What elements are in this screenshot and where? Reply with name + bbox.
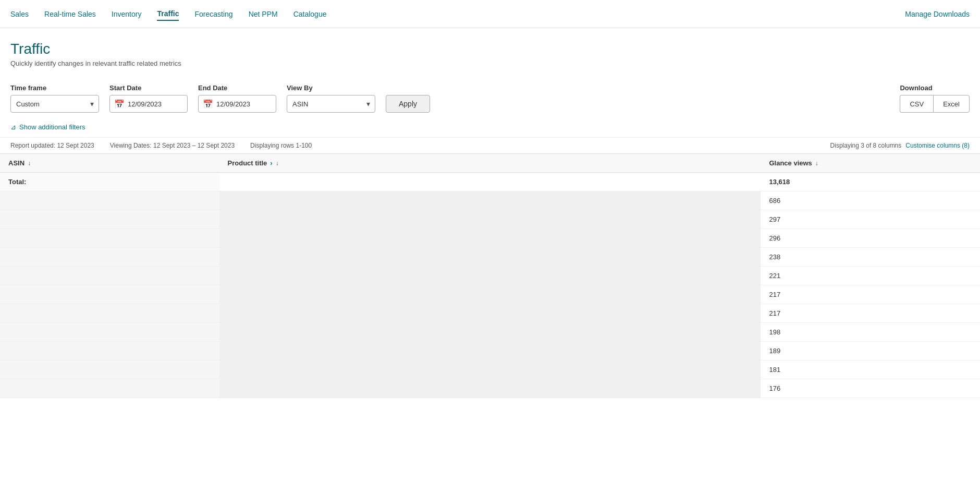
- product-title-cell: [219, 304, 761, 323]
- viewby-select-wrapper: ASIN Parent ASIN Brand: [287, 95, 375, 113]
- table-row: 181: [0, 360, 980, 379]
- glance-views-cell: 297: [761, 210, 980, 229]
- asin-cell: [0, 191, 219, 210]
- end-date-group: End Date 📅: [198, 84, 276, 113]
- product-title-cell: [219, 248, 761, 267]
- total-product-cell: [219, 173, 761, 191]
- apply-button[interactable]: Apply: [386, 95, 430, 113]
- viewby-group: View By ASIN Parent ASIN Brand: [287, 84, 375, 113]
- table-row: 686: [0, 191, 980, 210]
- product-title-sort-icon[interactable]: ↓: [276, 160, 279, 167]
- asin-cell: [0, 229, 219, 248]
- table-row: 198: [0, 323, 980, 342]
- asin-cell: [0, 304, 219, 323]
- viewing-dates: Viewing Dates: 12 Sept 2023 – 12 Sept 20…: [110, 142, 235, 149]
- glance-views-cell: 189: [761, 342, 980, 360]
- product-title-cell: [219, 379, 761, 398]
- displaying-rows: Displaying rows 1-100: [250, 142, 312, 149]
- nav-inventory[interactable]: Inventory: [112, 8, 142, 20]
- additional-filters-section: ⊿ Show additional filters: [0, 121, 980, 137]
- table-total-row: Total: 13,618: [0, 173, 980, 191]
- col-product-title-label: Product title: [228, 159, 267, 167]
- timeframe-group: Time frame Custom Today Yesterday Last 7…: [10, 84, 99, 113]
- customise-columns-link[interactable]: Customise columns (8): [905, 142, 970, 149]
- nav-forecasting[interactable]: Forecasting: [194, 8, 232, 20]
- columns-info-right: Displaying 3 of 8 columns Customise colu…: [830, 142, 970, 149]
- glance-views-sort-icon[interactable]: ↓: [815, 160, 818, 167]
- product-title-cell: [219, 267, 761, 285]
- columns-count: Displaying 3 of 8 columns: [830, 142, 902, 149]
- product-title-cell: [219, 191, 761, 210]
- download-label: Download: [900, 84, 970, 92]
- product-title-cell: [219, 210, 761, 229]
- apply-group: Apply: [386, 84, 430, 113]
- col-glance-views: Glance views ↓: [761, 154, 980, 173]
- show-additional-filters-link[interactable]: ⊿ Show additional filters: [10, 123, 970, 131]
- start-date-input[interactable]: [128, 100, 180, 108]
- viewby-select[interactable]: ASIN Parent ASIN Brand: [287, 95, 375, 113]
- page-title: Traffic: [10, 41, 970, 57]
- filters-bar: Time frame Custom Today Yesterday Last 7…: [0, 76, 980, 121]
- asin-cell: [0, 323, 219, 342]
- nav-traffic[interactable]: Traffic: [157, 7, 179, 21]
- asin-cell: [0, 248, 219, 267]
- product-title-cell: [219, 229, 761, 248]
- glance-views-cell: 238: [761, 248, 980, 267]
- nav-sales[interactable]: Sales: [10, 8, 29, 20]
- report-updated: Report updated: 12 Sept 2023: [10, 142, 94, 149]
- nav-catalogue[interactable]: Catalogue: [293, 8, 327, 20]
- asin-cell: [0, 379, 219, 398]
- product-title-cell: [219, 342, 761, 360]
- asin-cell: [0, 360, 219, 379]
- end-date-input[interactable]: [216, 100, 268, 108]
- csv-button[interactable]: CSV: [900, 95, 933, 113]
- asin-cell: [0, 210, 219, 229]
- table-row: 217: [0, 285, 980, 304]
- table-row: 189: [0, 342, 980, 360]
- start-date-calendar-icon[interactable]: 📅: [114, 99, 125, 109]
- navigation: Sales Real-time Sales Inventory Traffic …: [0, 0, 980, 28]
- glance-views-cell: 181: [761, 360, 980, 379]
- viewby-label: View By: [287, 84, 375, 92]
- report-info-bar: Report updated: 12 Sept 2023 Viewing Dat…: [0, 137, 980, 153]
- table-row: 217: [0, 304, 980, 323]
- additional-filters-label: Show additional filters: [19, 123, 85, 131]
- col-product-title: Product title › ↓: [219, 154, 761, 173]
- timeframe-label: Time frame: [10, 84, 99, 92]
- timeframe-select[interactable]: Custom Today Yesterday Last 7 days Last …: [10, 95, 99, 113]
- end-date-calendar-icon[interactable]: 📅: [203, 99, 213, 109]
- glance-views-cell: 217: [761, 304, 980, 323]
- glance-views-cell: 198: [761, 323, 980, 342]
- start-date-label: Start Date: [109, 84, 188, 92]
- product-title-cell: [219, 323, 761, 342]
- start-date-wrapper: 📅: [109, 95, 188, 113]
- start-date-group: Start Date 📅: [109, 84, 188, 113]
- table-row: 238: [0, 248, 980, 267]
- data-table-container: ASIN ↓ Product title › ↓ Glance views ↓: [0, 153, 980, 398]
- total-glance-views-cell: 13,618: [761, 173, 980, 191]
- table-row: 176: [0, 379, 980, 398]
- col-asin-label: ASIN: [8, 159, 24, 167]
- data-table: ASIN ↓ Product title › ↓ Glance views ↓: [0, 154, 980, 398]
- col-glance-views-label: Glance views: [769, 159, 812, 167]
- download-group: Download CSV Excel: [900, 84, 970, 113]
- product-title-cell: [219, 285, 761, 304]
- nav-realtime-sales[interactable]: Real-time Sales: [44, 8, 96, 20]
- download-buttons: CSV Excel: [900, 95, 970, 113]
- manage-downloads-link[interactable]: Manage Downloads: [905, 10, 970, 18]
- asin-cell: [0, 285, 219, 304]
- glance-views-cell: 686: [761, 191, 980, 210]
- col-asin: ASIN ↓: [0, 154, 219, 173]
- excel-button[interactable]: Excel: [933, 95, 970, 113]
- product-title-cell: [219, 360, 761, 379]
- end-date-label: End Date: [198, 84, 276, 92]
- total-asin-cell: Total:: [0, 173, 219, 191]
- nav-items: Sales Real-time Sales Inventory Traffic …: [10, 7, 326, 21]
- asin-sort-icon[interactable]: ↓: [28, 160, 31, 167]
- filter-icon: ⊿: [10, 123, 16, 131]
- page-subtitle: Quickly identify changes in relevant tra…: [10, 59, 970, 67]
- glance-views-cell: 176: [761, 379, 980, 398]
- glance-views-cell: 217: [761, 285, 980, 304]
- product-title-expand-icon[interactable]: ›: [270, 159, 272, 167]
- nav-net-ppm[interactable]: Net PPM: [249, 8, 278, 20]
